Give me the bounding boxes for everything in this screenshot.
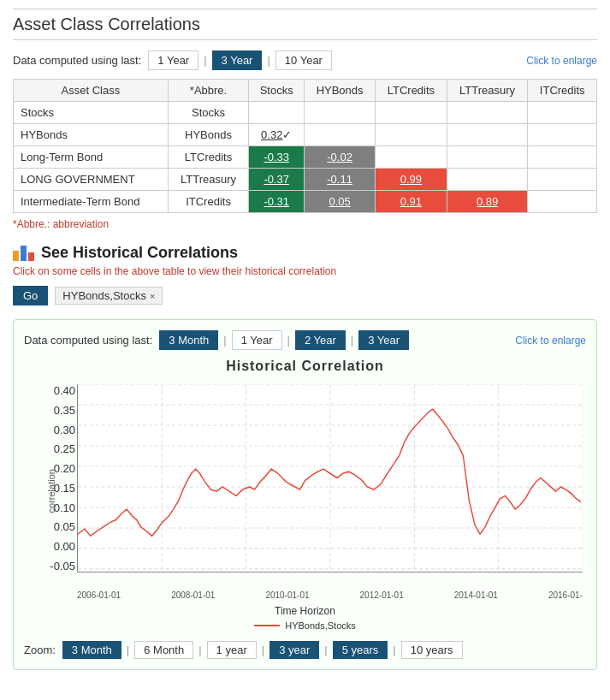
y-tick-005: 0.05 — [54, 520, 75, 533]
asset-name-itbond: Intermediate-Term Bond — [14, 191, 169, 213]
y-tick-030: 0.30 — [54, 424, 75, 436]
cell-longgov-lttreasury[interactable] — [447, 169, 528, 191]
zoom-btn-3year[interactable]: 3 year — [269, 641, 319, 659]
cell-stocks-lttreasury[interactable] — [447, 102, 528, 124]
cell-hybonds-itcredits[interactable] — [528, 124, 597, 146]
cell-stocks-hybonds[interactable] — [305, 102, 376, 124]
abbr-stocks: Stocks — [168, 102, 249, 124]
cell-itbond-hybonds[interactable]: 0.05 — [305, 191, 376, 213]
cell-longgov-itcredits[interactable] — [528, 169, 597, 191]
val-itbond-stocks[interactable]: -0.31 — [264, 195, 289, 208]
x-tick-2010: 2010-01-01 — [265, 590, 309, 600]
abbr-longgov: LTTreasury — [168, 169, 249, 191]
y-tick-015: 0.15 — [54, 482, 75, 495]
val-longgov-stocks[interactable]: -0.37 — [264, 173, 289, 186]
asset-name-longgov: LONG GOVERNMENT — [14, 169, 169, 191]
table-row: Stocks Stocks — [14, 102, 597, 124]
col-header-lttreasury: LTTreasury — [447, 80, 528, 102]
top-controls-row: Data computed using last: 1 Year | 3 Yea… — [13, 50, 597, 70]
legend-label: HYBonds,Stocks — [285, 620, 356, 631]
legend-line-icon — [254, 625, 280, 626]
table-row: LONG GOVERNMENT LTTreasury -0.37 -0.11 0… — [14, 169, 597, 191]
cell-stocks-itcredits[interactable] — [528, 102, 597, 124]
cell-hybonds-ltcredits[interactable] — [376, 124, 447, 146]
val-itbond-hybonds[interactable]: 0.05 — [329, 195, 350, 208]
top-controls-label: Data computed using last: — [13, 54, 141, 67]
asset-name-hybonds: HYBonds — [14, 124, 169, 146]
chart-area: correlation 0.40 0.35 0.30 0.25 0.20 0.1… — [24, 381, 586, 603]
cell-hybonds-stocks[interactable]: 0.32✓ — [249, 124, 305, 146]
chart-title: Historical Correlation — [24, 359, 586, 374]
cell-hybonds-lttreasury[interactable] — [447, 124, 528, 146]
cell-ltbond-hybonds[interactable]: -0.02 — [305, 146, 376, 169]
abbr-hybonds: HYBonds — [168, 124, 249, 146]
btn-1year[interactable]: 1 Year — [148, 50, 198, 70]
cell-itbond-stocks[interactable]: -0.31 — [249, 191, 305, 213]
enlarge-link-top[interactable]: Click to enlarge — [526, 55, 597, 67]
cell-longgov-hybonds[interactable]: -0.11 — [305, 169, 376, 191]
zoom-btn-1year[interactable]: 1 year — [207, 641, 257, 659]
correlation-table: Asset Class *Abbre. Stocks HYBonds LTCre… — [13, 79, 597, 213]
bar1 — [13, 251, 19, 261]
chart-legend: HYBonds,Stocks — [24, 620, 586, 631]
cell-longgov-stocks[interactable]: -0.37 — [249, 169, 305, 191]
y-tick-010: 0.10 — [54, 501, 75, 514]
chart-enlarge-link[interactable]: Click to enlarge — [515, 335, 586, 347]
y-tick-035: 0.35 — [54, 404, 75, 417]
val-longgov-ltcredits[interactable]: 0.99 — [400, 173, 422, 186]
cell-itbond-lttreasury[interactable]: 0.89 — [447, 191, 528, 213]
cell-hybonds-hybonds[interactable] — [305, 124, 376, 146]
zoom-btn-3month[interactable]: 3 Month — [62, 641, 121, 659]
val-ltbond-stocks[interactable]: -0.33 — [264, 151, 289, 163]
val-itbond-ltcredits[interactable]: 0.91 — [400, 195, 422, 208]
chart-plot-area — [77, 384, 583, 572]
cell-stocks-stocks[interactable] — [249, 102, 305, 124]
cell-ltbond-ltcredits[interactable] — [376, 146, 447, 169]
cell-ltbond-stocks[interactable]: -0.33 — [249, 146, 305, 169]
tag-label: HYBonds,Stocks — [62, 289, 146, 302]
zoom-btn-5years[interactable]: 5 years — [333, 641, 388, 659]
cell-ltbond-lttreasury[interactable] — [447, 146, 528, 169]
val-hybonds-stocks[interactable]: 0.32 — [261, 128, 282, 141]
btn-3year[interactable]: 3 Year — [212, 50, 263, 70]
chart-controls-label: Data computed using last: — [24, 334, 152, 347]
col-header-asset: Asset Class — [14, 80, 169, 102]
sep1: | — [204, 54, 206, 67]
zoom-btn-10years[interactable]: 10 years — [401, 641, 463, 659]
chart-btn-1year[interactable]: 1 Year — [232, 330, 282, 350]
table-header-row: Asset Class *Abbre. Stocks HYBonds LTCre… — [14, 80, 597, 102]
tag-chip: HYBonds,Stocks × — [55, 287, 163, 305]
cell-ltbond-itcredits[interactable] — [528, 146, 597, 169]
chart-btn-3month[interactable]: 3 Month — [159, 330, 218, 350]
chart-sep3: | — [351, 334, 353, 347]
page-title: Asset Class Correlations — [13, 9, 597, 40]
chart-controls-row: Data computed using last: 3 Month | 1 Ye… — [24, 330, 586, 350]
bar-chart-icon — [13, 246, 34, 261]
go-button[interactable]: Go — [13, 286, 48, 306]
y-tick-020: 0.20 — [54, 462, 75, 475]
zoom-btn-6month[interactable]: 6 Month — [134, 641, 193, 659]
chart-sep2: | — [287, 334, 290, 347]
zoom-sep2: | — [198, 644, 201, 656]
hist-subtitle: Click on some cells in the above table t… — [13, 265, 597, 277]
cell-itbond-ltcredits[interactable]: 0.91 — [376, 191, 447, 213]
cell-stocks-ltcredits[interactable] — [376, 102, 447, 124]
x-axis-labels: 2006-01-01 2008-01-01 2010-01-01 2012-01… — [77, 590, 583, 600]
tag-remove-icon[interactable]: × — [150, 291, 155, 301]
chart-btn-3year[interactable]: 3 Year — [358, 330, 409, 350]
y-axis-labels: 0.40 0.35 0.30 0.25 0.20 0.15 0.10 0.05 … — [51, 384, 75, 572]
val-longgov-hybonds[interactable]: -0.11 — [327, 173, 352, 186]
chart-sep1: | — [223, 334, 226, 347]
val-ltbond-hybonds[interactable]: -0.02 — [327, 151, 352, 163]
x-tick-2012: 2012-01-01 — [360, 590, 404, 600]
x-tick-2006: 2006-01-01 — [77, 590, 121, 600]
val-itbond-lttreasury[interactable]: 0.89 — [477, 195, 498, 208]
abbr-itbond: ITCredits — [168, 191, 249, 213]
col-header-stocks: Stocks — [249, 80, 305, 102]
cell-longgov-ltcredits[interactable]: 0.99 — [376, 169, 447, 191]
x-tick-2014: 2014-01-01 — [454, 590, 498, 600]
cell-itbond-itcredits[interactable] — [528, 191, 597, 213]
col-header-abbr: *Abbre. — [168, 80, 249, 102]
btn-10year[interactable]: 10 Year — [275, 50, 332, 70]
chart-btn-2year[interactable]: 2 Year — [295, 330, 346, 350]
